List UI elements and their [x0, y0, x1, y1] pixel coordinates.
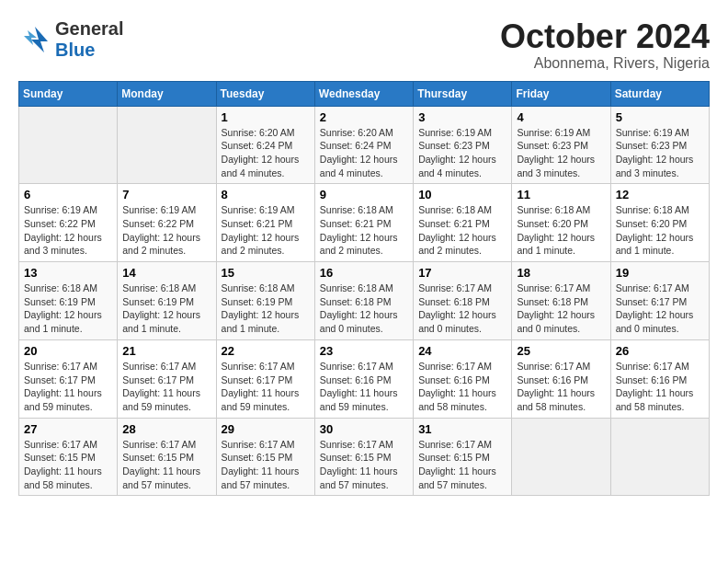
- calendar-week-2: 6Sunrise: 6:19 AM Sunset: 6:22 PM Daylig…: [19, 184, 710, 262]
- calendar-cell: 5Sunrise: 6:19 AM Sunset: 6:23 PM Daylig…: [610, 106, 709, 184]
- day-number: 24: [418, 344, 506, 358]
- calendar-cell: 31Sunrise: 6:17 AM Sunset: 6:15 PM Dayli…: [414, 418, 512, 496]
- day-number: 25: [517, 344, 605, 358]
- day-info: Sunrise: 6:17 AM Sunset: 6:15 PM Dayligh…: [24, 438, 112, 492]
- day-number: 11: [517, 188, 605, 201]
- day-number: 26: [616, 344, 704, 358]
- svg-marker-0: [31, 27, 48, 52]
- day-number: 14: [122, 266, 210, 280]
- calendar-cell: 12Sunrise: 6:18 AM Sunset: 6:20 PM Dayli…: [610, 184, 709, 262]
- page-subtitle: Abonnema, Rivers, Nigeria: [500, 55, 710, 72]
- day-info: Sunrise: 6:19 AM Sunset: 6:22 PM Dayligh…: [122, 203, 210, 258]
- day-info: Sunrise: 6:17 AM Sunset: 6:18 PM Dayligh…: [418, 282, 506, 336]
- day-number: 2: [320, 110, 408, 124]
- calendar-cell: [19, 106, 118, 184]
- day-info: Sunrise: 6:17 AM Sunset: 6:17 PM Dayligh…: [222, 360, 310, 414]
- day-info: Sunrise: 6:18 AM Sunset: 6:21 PM Dayligh…: [320, 203, 408, 258]
- calendar-cell: 25Sunrise: 6:17 AM Sunset: 6:16 PM Dayli…: [512, 339, 610, 418]
- calendar-cell: 21Sunrise: 6:17 AM Sunset: 6:17 PM Dayli…: [118, 339, 216, 418]
- day-number: 18: [517, 266, 605, 280]
- calendar-cell: 18Sunrise: 6:17 AM Sunset: 6:18 PM Dayli…: [512, 262, 610, 340]
- day-number: 4: [517, 110, 605, 124]
- day-info: Sunrise: 6:17 AM Sunset: 6:17 PM Dayligh…: [616, 282, 704, 336]
- day-info: Sunrise: 6:19 AM Sunset: 6:23 PM Dayligh…: [517, 126, 605, 180]
- day-number: 9: [320, 188, 408, 201]
- day-number: 23: [320, 344, 408, 358]
- calendar-cell: [610, 418, 709, 496]
- day-info: Sunrise: 6:19 AM Sunset: 6:22 PM Dayligh…: [24, 203, 112, 258]
- day-number: 12: [616, 188, 704, 201]
- header-monday: Monday: [118, 81, 216, 106]
- logo-icon: [18, 23, 51, 56]
- day-info: Sunrise: 6:20 AM Sunset: 6:24 PM Dayligh…: [222, 126, 310, 180]
- title-block: October 2024 Abonnema, Rivers, Nigeria: [500, 18, 710, 72]
- calendar-cell: 17Sunrise: 6:17 AM Sunset: 6:18 PM Dayli…: [414, 262, 512, 340]
- calendar-cell: 1Sunrise: 6:20 AM Sunset: 6:24 PM Daylig…: [216, 106, 314, 184]
- day-info: Sunrise: 6:19 AM Sunset: 6:21 PM Dayligh…: [222, 203, 310, 258]
- calendar-cell: 19Sunrise: 6:17 AM Sunset: 6:17 PM Dayli…: [610, 262, 709, 340]
- day-number: 6: [24, 188, 112, 201]
- day-info: Sunrise: 6:17 AM Sunset: 6:15 PM Dayligh…: [320, 438, 408, 492]
- day-number: 17: [418, 266, 506, 280]
- day-info: Sunrise: 6:19 AM Sunset: 6:23 PM Dayligh…: [418, 126, 506, 180]
- day-info: Sunrise: 6:17 AM Sunset: 6:15 PM Dayligh…: [122, 438, 210, 492]
- header-saturday: Saturday: [610, 81, 709, 106]
- calendar-week-1: 1Sunrise: 6:20 AM Sunset: 6:24 PM Daylig…: [19, 106, 710, 184]
- day-info: Sunrise: 6:18 AM Sunset: 6:19 PM Dayligh…: [222, 282, 310, 336]
- calendar-header-row: Sunday Monday Tuesday Wednesday Thursday…: [19, 81, 710, 106]
- day-number: 3: [418, 110, 506, 124]
- day-number: 22: [222, 344, 310, 358]
- day-info: Sunrise: 6:17 AM Sunset: 6:17 PM Dayligh…: [122, 360, 210, 414]
- header-sunday: Sunday: [19, 81, 118, 106]
- calendar-cell: 13Sunrise: 6:18 AM Sunset: 6:19 PM Dayli…: [19, 262, 118, 340]
- day-info: Sunrise: 6:18 AM Sunset: 6:19 PM Dayligh…: [122, 282, 210, 336]
- day-number: 29: [222, 422, 310, 436]
- day-info: Sunrise: 6:18 AM Sunset: 6:20 PM Dayligh…: [616, 203, 704, 258]
- day-number: 1: [222, 110, 310, 124]
- day-number: 27: [24, 422, 112, 436]
- calendar-cell: 27Sunrise: 6:17 AM Sunset: 6:15 PM Dayli…: [19, 418, 118, 496]
- calendar-cell: 16Sunrise: 6:18 AM Sunset: 6:18 PM Dayli…: [314, 262, 413, 340]
- day-info: Sunrise: 6:18 AM Sunset: 6:21 PM Dayligh…: [418, 203, 506, 258]
- day-number: 10: [418, 188, 506, 201]
- day-number: 20: [24, 344, 112, 358]
- day-number: 7: [122, 188, 210, 201]
- calendar-cell: 23Sunrise: 6:17 AM Sunset: 6:16 PM Dayli…: [314, 339, 413, 418]
- day-number: 21: [122, 344, 210, 358]
- day-number: 13: [24, 266, 112, 280]
- calendar-cell: 7Sunrise: 6:19 AM Sunset: 6:22 PM Daylig…: [118, 184, 216, 262]
- day-number: 30: [320, 422, 408, 436]
- calendar-table: Sunday Monday Tuesday Wednesday Thursday…: [18, 81, 710, 497]
- calendar-cell: [118, 106, 216, 184]
- calendar-cell: 9Sunrise: 6:18 AM Sunset: 6:21 PM Daylig…: [314, 184, 413, 262]
- calendar-cell: 15Sunrise: 6:18 AM Sunset: 6:19 PM Dayli…: [216, 262, 314, 340]
- calendar-cell: 26Sunrise: 6:17 AM Sunset: 6:16 PM Dayli…: [610, 339, 709, 418]
- header-tuesday: Tuesday: [216, 81, 314, 106]
- header-thursday: Thursday: [414, 81, 512, 106]
- calendar-cell: 2Sunrise: 6:20 AM Sunset: 6:24 PM Daylig…: [314, 106, 413, 184]
- calendar-cell: 24Sunrise: 6:17 AM Sunset: 6:16 PM Dayli…: [414, 339, 512, 418]
- logo-general: General: [55, 18, 123, 39]
- calendar-cell: 11Sunrise: 6:18 AM Sunset: 6:20 PM Dayli…: [512, 184, 610, 262]
- header-friday: Friday: [512, 81, 610, 106]
- day-info: Sunrise: 6:17 AM Sunset: 6:16 PM Dayligh…: [320, 360, 408, 414]
- calendar-week-4: 20Sunrise: 6:17 AM Sunset: 6:17 PM Dayli…: [19, 339, 710, 418]
- calendar-cell: 3Sunrise: 6:19 AM Sunset: 6:23 PM Daylig…: [414, 106, 512, 184]
- day-number: 15: [222, 266, 310, 280]
- day-info: Sunrise: 6:18 AM Sunset: 6:18 PM Dayligh…: [320, 282, 408, 336]
- calendar-week-5: 27Sunrise: 6:17 AM Sunset: 6:15 PM Dayli…: [19, 418, 710, 496]
- logo: General Blue: [18, 18, 123, 61]
- calendar-cell: 14Sunrise: 6:18 AM Sunset: 6:19 PM Dayli…: [118, 262, 216, 340]
- day-info: Sunrise: 6:18 AM Sunset: 6:20 PM Dayligh…: [517, 203, 605, 258]
- day-info: Sunrise: 6:18 AM Sunset: 6:19 PM Dayligh…: [24, 282, 112, 336]
- logo-blue: Blue: [55, 40, 95, 60]
- day-info: Sunrise: 6:17 AM Sunset: 6:16 PM Dayligh…: [616, 360, 704, 414]
- calendar-cell: 30Sunrise: 6:17 AM Sunset: 6:15 PM Dayli…: [314, 418, 413, 496]
- calendar-cell: 22Sunrise: 6:17 AM Sunset: 6:17 PM Dayli…: [216, 339, 314, 418]
- day-info: Sunrise: 6:17 AM Sunset: 6:16 PM Dayligh…: [517, 360, 605, 414]
- day-info: Sunrise: 6:17 AM Sunset: 6:16 PM Dayligh…: [418, 360, 506, 414]
- calendar-cell: 10Sunrise: 6:18 AM Sunset: 6:21 PM Dayli…: [414, 184, 512, 262]
- day-info: Sunrise: 6:17 AM Sunset: 6:15 PM Dayligh…: [222, 438, 310, 492]
- day-info: Sunrise: 6:19 AM Sunset: 6:23 PM Dayligh…: [616, 126, 704, 180]
- day-info: Sunrise: 6:20 AM Sunset: 6:24 PM Dayligh…: [320, 126, 408, 180]
